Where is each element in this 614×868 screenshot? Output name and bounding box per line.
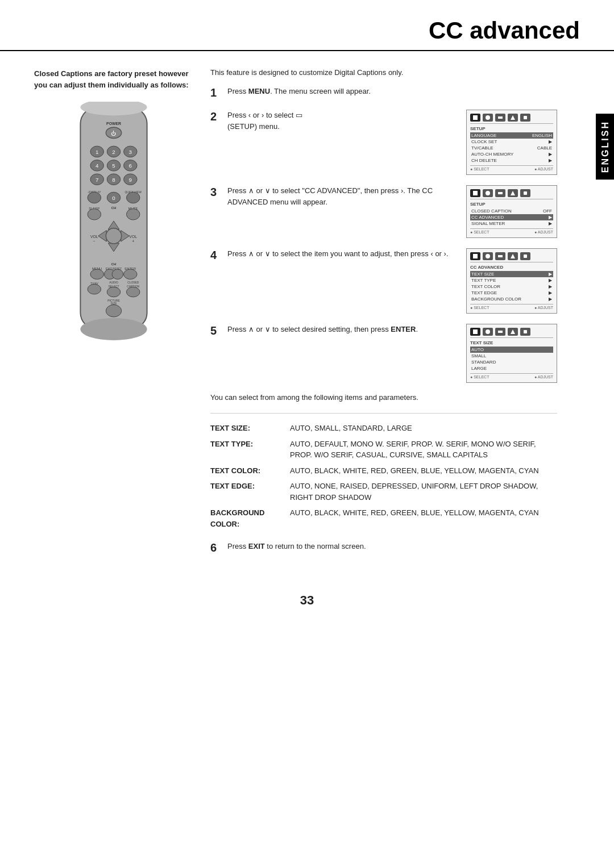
svg-point-31 [88, 209, 101, 220]
svg-rect-77 [524, 254, 527, 258]
menu-icon-1 [470, 114, 480, 122]
feature-intro: This feature is designed to customize Di… [210, 68, 557, 77]
menu-row-textedge: TEXT EDGE▶ [470, 290, 553, 296]
svg-point-25 [88, 192, 101, 203]
step-6-number: 6 [210, 541, 223, 554]
menu-row-cc: CLOSED CAPTIONOFF [470, 208, 553, 214]
step-2-screenshot: SETUP LANGUAGEENGLISH CLOCK SET▶ TV/CABL… [466, 110, 557, 175]
menu-icon-s2-4 [508, 189, 518, 197]
menu-icon-2 [483, 114, 493, 122]
remote-area: POWER ⏻ 1 2 3 4 5 6 7 [34, 102, 193, 340]
svg-point-64 [486, 115, 490, 120]
svg-text:3: 3 [129, 149, 132, 155]
svg-text:8: 8 [112, 177, 115, 183]
param-textedge-label: TEXT EDGE: [210, 481, 290, 503]
step-2-number: 2 [210, 110, 223, 132]
step-2-content: Press ‹ or › to select ▭(SETUP) menu. [227, 110, 460, 132]
svg-text:5: 5 [112, 162, 115, 169]
menu-row-textcolor: TEXT COLOR▶ [470, 283, 553, 290]
menu-icon-s2-3 [495, 189, 505, 197]
menu-icon-s2-1 [470, 189, 480, 197]
menu-title-1: SETUP [470, 126, 553, 131]
svg-point-79 [486, 329, 490, 334]
step-4-left: 4 Press ∧ or ∨ to select the item you wa… [210, 248, 460, 262]
menu-icon-s3-1 [470, 252, 480, 260]
svg-text:4: 4 [96, 162, 99, 169]
step-1-number: 1 [210, 86, 223, 99]
setup-menu-1: SETUP LANGUAGEENGLISH CLOCK SET▶ TV/CABL… [466, 110, 557, 175]
svg-point-29 [126, 192, 139, 203]
english-tab: ENGLISH [596, 114, 614, 180]
svg-text:VOL: VOL [129, 235, 137, 239]
svg-marker-76 [511, 254, 515, 258]
menu-row-autochm: AUTO-CH MEMORY▶ [470, 151, 553, 157]
svg-marker-71 [511, 191, 515, 195]
english-tab-label: ENGLISH [600, 120, 610, 173]
params-intro: You can select from among the following … [210, 393, 557, 402]
menu-icon-5 [520, 114, 530, 122]
step-4-screenshot: CC ADVANCED TEXT SIZE▶ TEXT TYPE▶ TEXT C… [466, 248, 557, 314]
step-5-number: 5 [210, 324, 223, 337]
menu-row-auto: AUTO [470, 347, 553, 353]
step-3-number: 3 [210, 185, 223, 207]
svg-rect-70 [498, 192, 503, 194]
menu-footer-3: ● SELECT● ADJUST [470, 304, 553, 310]
menu-title-3: CC ADVANCED [470, 265, 553, 270]
page-number: 33 [0, 593, 614, 608]
left-column: Closed Captions are factory preset howev… [34, 68, 193, 565]
svg-rect-75 [498, 255, 503, 257]
menu-icon-3 [495, 114, 505, 122]
menu-row-textsize: TEXT SIZE▶ [470, 271, 553, 277]
step-4-content: Press ∧ or ∨ to select the item you want… [227, 248, 460, 262]
menu-row-tvcable: TV/CABLECABLE [470, 145, 553, 151]
svg-point-62 [106, 304, 121, 316]
menu-icon-s3-2 [483, 252, 493, 260]
menu-title-4: TEXT SIZE [470, 340, 553, 345]
svg-text:POWER: POWER [106, 122, 121, 126]
step-5-left: 5 Press ∧ or ∨ to select desired setting… [210, 324, 460, 337]
param-bgcolor-values: AUTO, BLACK, WHITE, RED, GREEN, BLUE, YE… [290, 507, 557, 529]
menu-footer-2: ● SELECT● ADJUST [470, 228, 553, 234]
main-content: Closed Captions are factory preset howev… [0, 51, 614, 582]
param-bgcolor: BACKGROUND COLOR: AUTO, BLACK, WHITE, RE… [210, 507, 557, 529]
param-textsize-label: TEXT SIZE: [210, 423, 290, 434]
svg-rect-82 [524, 330, 527, 333]
textsize-menu: TEXT SIZE AUTO SMALL STANDARD LARGE ● SE… [466, 324, 557, 383]
menu-icon-s3-3 [495, 252, 505, 260]
step-4: 4 Press ∧ or ∨ to select the item you wa… [210, 248, 557, 314]
param-textcolor-label: TEXT COLOR: [210, 465, 290, 477]
svg-point-46 [90, 269, 103, 279]
svg-point-56 [107, 287, 120, 297]
step-3: 3 Press ∧ or ∨ to select "CC ADVANCED", … [210, 185, 557, 238]
svg-point-74 [486, 254, 490, 258]
step-3-screenshot: SETUP CLOSED CAPTIONOFF CC ADVANCED▶ SIG… [466, 185, 557, 238]
svg-point-34 [126, 209, 139, 220]
svg-text:AUDIO: AUDIO [109, 281, 118, 284]
menu-row-ccadvanced: CC ADVANCED▶ [470, 214, 553, 220]
menu-footer-1: ● SELECT● ADJUST [470, 165, 553, 171]
step-5-screenshot: TEXT SIZE AUTO SMALL STANDARD LARGE ● SE… [466, 324, 557, 383]
param-texttype: TEXT TYPE: AUTO, DEFAULT, MONO W. SERIF,… [210, 439, 557, 461]
step-6-exit: EXIT [248, 542, 265, 550]
setup-menu-2: SETUP CLOSED CAPTIONOFF CC ADVANCED▶ SIG… [466, 185, 557, 238]
step-3-content: Press ∧ or ∨ to select "CC ADVANCED", th… [227, 185, 460, 207]
step-2: 2 Press ‹ or › to select ▭(SETUP) menu. [210, 110, 557, 175]
param-textsize-values: AUTO, SMALL, STANDARD, LARGE [290, 423, 557, 434]
menu-row-large: LARGE [470, 365, 553, 372]
menu-row-small: SMALL [470, 353, 553, 359]
step-6-content: Press EXIT to return to the normal scree… [227, 541, 557, 552]
param-textcolor: TEXT COLOR: AUTO, BLACK, WHITE, RED, GRE… [210, 465, 557, 477]
svg-text:0: 0 [112, 195, 115, 201]
step-1: 1 Press MENU. The menu screen will appea… [210, 86, 557, 99]
step-1-content: Press MENU. The menu screen will appear. [227, 86, 557, 97]
param-texttype-label: TEXT TYPE: [210, 439, 290, 461]
param-textedge-values: AUTO, NONE, RAISED, DEPRESSED, UNIFORM, … [290, 481, 557, 503]
svg-text:−: − [93, 239, 96, 243]
step-3-left: 3 Press ∧ or ∨ to select "CC ADVANCED", … [210, 185, 460, 207]
menu-icon-s2-2 [483, 189, 493, 197]
svg-point-49 [112, 269, 123, 279]
step-4-number: 4 [210, 248, 223, 262]
svg-point-53 [88, 284, 101, 294]
svg-point-69 [486, 191, 490, 195]
menu-icon-s3-4 [508, 252, 518, 260]
